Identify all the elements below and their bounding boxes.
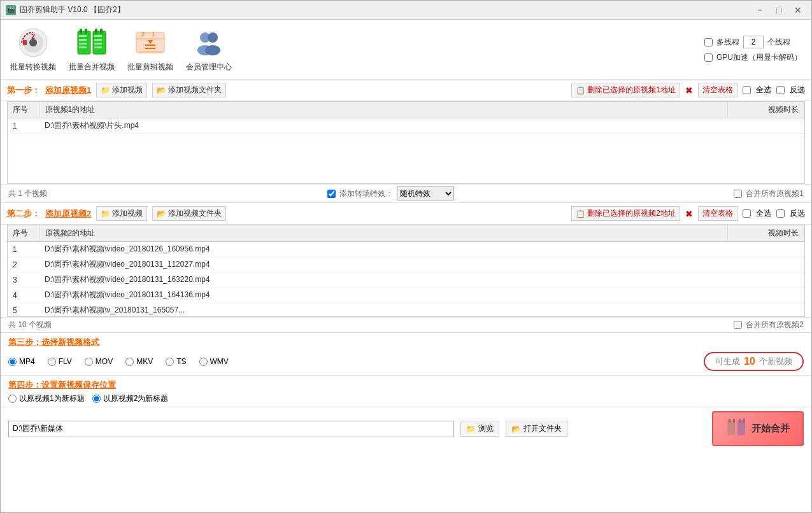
delete-video1-button[interactable]: 📋 删除已选择的原视频1地址 [571, 83, 680, 97]
table-row[interactable]: 1D:\固乔\素材\视频\video_20180126_160956.mp4 [8, 242, 804, 257]
col-path2-header: 原视频2的地址 [39, 225, 728, 242]
svg-rect-18 [94, 46, 102, 48]
merge-all2-checkbox[interactable] [734, 321, 742, 329]
batch-convert-button[interactable]: 2 批量转换视频 [10, 26, 56, 73]
svg-rect-13 [95, 29, 97, 34]
start-icon [726, 418, 746, 440]
member-center-icon [192, 26, 225, 59]
title-opt1[interactable]: 以原视频1为新标题 [8, 393, 85, 404]
gpu-accel-label: GPU加速（用显卡解码） [716, 52, 802, 63]
table-row[interactable]: 3D:\固乔\素材\视频\video_20180131_163220.mp4 [8, 272, 804, 288]
format-mkv[interactable]: MKV [125, 357, 153, 366]
svg-rect-3 [23, 40, 27, 45]
maximize-button[interactable]: □ [771, 4, 787, 17]
svg-text:1: 1 [152, 31, 155, 38]
batch-convert-label: 批量转换视频 [10, 62, 56, 73]
format-wmv[interactable]: WMV [199, 357, 229, 366]
start-merge-button[interactable]: 开始合并 [712, 411, 804, 446]
svg-rect-8 [79, 35, 87, 37]
add-video2-button[interactable]: 📁 添加视频 [96, 206, 147, 221]
svg-point-23 [208, 32, 218, 43]
table-row[interactable]: 1 D:\固乔\素材\视频\片头.mp4 [8, 118, 804, 134]
deselect1-checkbox[interactable] [776, 86, 785, 94]
deselect1-label: 反选 [790, 85, 805, 95]
svg-rect-9 [79, 39, 87, 41]
member-center-label: 会员管理中心 [186, 62, 232, 73]
add-video1-button[interactable]: 📁 添加视频 [96, 83, 147, 97]
app-icon: 🎬 [6, 5, 16, 15]
step2-link[interactable]: 添加原视频2 [45, 208, 91, 220]
clear-table2-button[interactable]: 清空表格 [698, 206, 737, 221]
table-row[interactable]: 4D:\固乔\素材\视频\video_20180131_164136.mp4 [8, 288, 804, 303]
deselect2-checkbox[interactable] [776, 209, 785, 218]
video2-count: 共 10 个视频 [8, 320, 52, 330]
step4-label[interactable]: 第四步：设置新视频保存位置 [8, 380, 116, 390]
batch-merge-label: 批量合并视频 [69, 62, 115, 73]
title-bar: 🎬 固乔剪辑助手 V10.0 【固乔2】 － □ ✕ [1, 1, 811, 20]
table-row[interactable]: 2D:\固乔\素材\视频\video_20180131_112027.mp4 [8, 257, 804, 272]
step4-section: 第四步：设置新视频保存位置 以原视频1为新标题 以原视频2为新标题 [1, 375, 811, 407]
step1-link[interactable]: 添加原视频1 [45, 85, 91, 96]
title-opt2[interactable]: 以原视频2为新标题 [92, 393, 169, 404]
col-seq1-header: 序号 [8, 102, 39, 118]
clear-table1-button[interactable]: 清空表格 [698, 83, 737, 97]
col-seq2-header: 序号 [8, 225, 39, 242]
multi-thread-checkbox[interactable] [704, 38, 713, 46]
format-mov[interactable]: MOV [85, 357, 113, 366]
svg-rect-17 [94, 43, 102, 45]
add-folder1-button[interactable]: 📂 添加视频文件夹 [152, 83, 226, 97]
format-mp4[interactable]: MP4 [8, 357, 35, 366]
col-duration1-header: 视频时长 [728, 102, 804, 118]
step1-label: 第一步： [7, 85, 40, 96]
close-button[interactable]: ✕ [790, 4, 806, 17]
add-folder2-button[interactable]: 📂 添加视频文件夹 [152, 206, 226, 221]
svg-rect-28 [733, 419, 735, 423]
svg-rect-11 [79, 46, 87, 48]
new-video-label: 个新视频 [759, 356, 792, 367]
open-folder-label: 打开文件夹 [524, 423, 562, 434]
merge-all1-label: 合并所有原视频1 [746, 188, 804, 199]
open-folder-button[interactable]: 📂 打开文件夹 [506, 421, 567, 437]
video1-table: 序号 原视频1的地址 视频时长 1 D:\固乔\素材\视频\片头.mp4 [7, 101, 805, 184]
gpu-accel-checkbox[interactable] [704, 53, 713, 62]
thread-count-input[interactable] [743, 36, 764, 48]
section2-header: 第二步： 添加原视频2 📁 添加视频 📂 添加视频文件夹 📋 删除已选择的原视频… [1, 202, 811, 225]
transition-select[interactable]: 随机特效 无特效 淡入淡出 闪白 滑动 [397, 186, 454, 200]
batch-edit-button[interactable]: 2 1 批量剪辑视频 [127, 26, 173, 73]
format-flv[interactable]: FLV [48, 357, 72, 366]
delete-video2-button[interactable]: 📋 删除已选择的原视频2地址 [571, 206, 680, 221]
step3-section: 第三步：选择新视频格式 MP4 FLV MOV MKV [1, 332, 811, 375]
deselect2-label: 反选 [790, 208, 805, 219]
transition-label: 添加转场特效： [339, 188, 393, 199]
start-merge-label: 开始合并 [751, 423, 790, 435]
window-title: 固乔剪辑助手 V10.0 【固乔2】 [20, 4, 125, 15]
svg-rect-30 [739, 419, 741, 423]
minimize-button[interactable]: － [751, 4, 768, 17]
main-window: 🎬 固乔剪辑助手 V10.0 【固乔2】 － □ ✕ 2 [0, 0, 812, 513]
transition-checkbox[interactable] [327, 190, 336, 198]
select-all2-checkbox[interactable] [743, 209, 751, 218]
format-ts[interactable]: TS [166, 357, 186, 366]
svg-point-25 [205, 45, 220, 55]
select-all1-label: 全选 [756, 85, 771, 95]
svg-rect-31 [743, 419, 745, 423]
svg-rect-27 [729, 419, 730, 423]
step4-title-options: 以原视频1为新标题 以原视频2为新标题 [8, 393, 804, 404]
batch-merge-button[interactable]: 批量合并视频 [69, 26, 115, 73]
section1-header: 第一步： 添加原视频1 📁 添加视频 📂 添加视频文件夹 📋 删除已选择的原视频… [1, 80, 811, 101]
browse-button[interactable]: 📁 浏览 [460, 421, 499, 437]
svg-rect-14 [100, 29, 103, 34]
select-all1-checkbox[interactable] [743, 86, 751, 94]
gen-count: 10 [744, 356, 755, 367]
batch-convert-icon: 2 [17, 26, 50, 59]
main-area: 第一步： 添加原视频1 📁 添加视频 📂 添加视频文件夹 📋 删除已选择的原视频… [1, 80, 811, 512]
can-gen-label: 可生成 [715, 356, 740, 367]
table-row[interactable]: 5D:\固乔\素材\视频\v_20180131_165057... [8, 303, 804, 318]
step3-label[interactable]: 第三步：选择新视频格式 [8, 337, 804, 348]
merge-all1-checkbox[interactable] [734, 190, 742, 198]
select-all2-label: 全选 [756, 208, 771, 219]
member-center-button[interactable]: 会员管理中心 [186, 26, 232, 73]
browse-icon: 📁 [466, 425, 476, 433]
svg-text:2: 2 [31, 33, 35, 40]
save-path-input[interactable] [8, 421, 454, 437]
